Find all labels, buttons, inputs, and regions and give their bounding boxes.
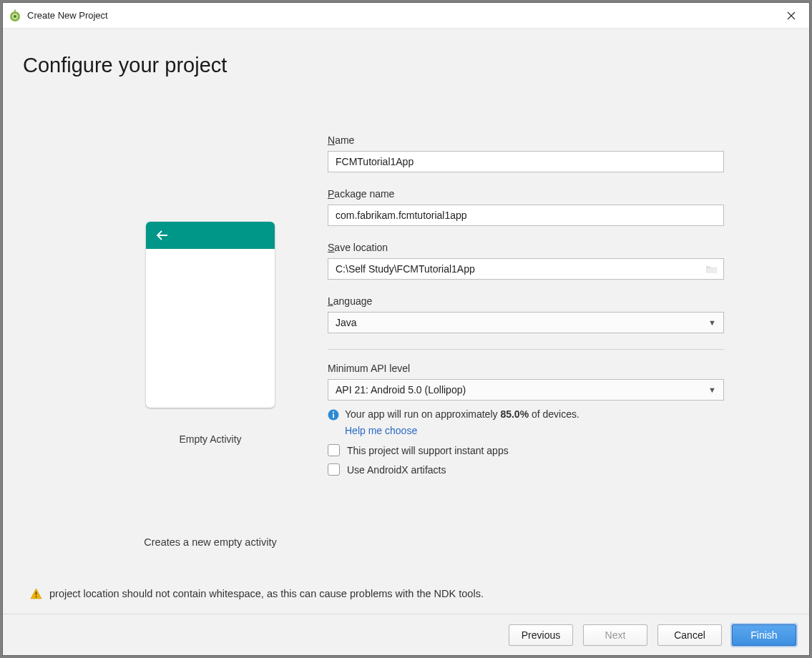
template-preview bbox=[146, 222, 275, 408]
api-level-label: Minimum API level bbox=[328, 363, 724, 374]
instant-apps-checkbox-row[interactable]: This project will support instant apps bbox=[328, 444, 724, 456]
warning-text: project location should not contain whit… bbox=[49, 588, 484, 599]
save-location-input[interactable] bbox=[328, 258, 724, 280]
help-me-choose-link[interactable]: Help me choose bbox=[345, 425, 417, 436]
svg-point-9 bbox=[333, 411, 334, 413]
name-label: Name bbox=[328, 134, 724, 146]
androidx-label: Use AndroidX artifacts bbox=[347, 464, 446, 476]
chevron-down-icon: ▼ bbox=[708, 318, 716, 327]
finish-button[interactable]: Finish bbox=[732, 624, 796, 646]
project-form: Name Package name Save location bbox=[328, 134, 724, 476]
androidx-checkbox-row[interactable]: Use AndroidX artifacts bbox=[328, 463, 724, 476]
language-select[interactable]: Java ▼ bbox=[328, 312, 724, 333]
api-level-value: API 21: Android 5.0 (Lollipop) bbox=[336, 384, 466, 396]
close-button[interactable] bbox=[779, 6, 803, 26]
androidx-checkbox[interactable] bbox=[328, 463, 340, 476]
arrow-left-icon bbox=[156, 230, 169, 240]
name-input[interactable] bbox=[328, 151, 724, 172]
language-label: Language bbox=[328, 295, 724, 307]
folder-open-icon bbox=[705, 264, 718, 274]
next-button: Next bbox=[583, 624, 647, 646]
preview-toolbar bbox=[146, 222, 275, 249]
divider bbox=[328, 349, 724, 350]
api-info-text: Your app will run on approximately 85.0%… bbox=[345, 408, 579, 420]
warning-icon bbox=[30, 588, 42, 599]
android-studio-icon bbox=[9, 9, 21, 22]
warning-row: project location should not contain whit… bbox=[30, 588, 484, 599]
previous-button[interactable]: Previous bbox=[509, 624, 573, 646]
dialog-window: Create New Project Configure your projec… bbox=[2, 2, 810, 656]
cancel-button[interactable]: Cancel bbox=[657, 624, 722, 646]
instant-apps-label: This project will support instant apps bbox=[347, 445, 509, 456]
page-title: Configure your project bbox=[23, 54, 227, 77]
svg-rect-3 bbox=[14, 9, 15, 11]
button-bar: Previous Next Cancel Finish bbox=[3, 614, 809, 655]
dialog-content: Configure your project Empty Activity Cr… bbox=[3, 29, 809, 655]
browse-button[interactable] bbox=[705, 264, 718, 274]
titlebar: Create New Project bbox=[3, 3, 809, 29]
package-label: Package name bbox=[328, 188, 724, 200]
instant-apps-checkbox[interactable] bbox=[328, 444, 340, 456]
svg-rect-8 bbox=[333, 414, 334, 418]
svg-point-2 bbox=[14, 15, 16, 18]
window-title: Create New Project bbox=[27, 10, 779, 21]
save-location-label: Save location bbox=[328, 242, 724, 253]
template-description: Creates a new empty activity bbox=[74, 536, 346, 548]
package-input[interactable] bbox=[328, 205, 724, 226]
info-icon bbox=[328, 409, 339, 421]
chevron-down-icon: ▼ bbox=[708, 386, 716, 394]
svg-rect-10 bbox=[36, 591, 37, 595]
close-icon bbox=[787, 11, 796, 20]
svg-point-11 bbox=[36, 596, 37, 597]
api-level-select[interactable]: API 21: Android 5.0 (Lollipop) ▼ bbox=[328, 379, 724, 401]
template-name: Empty Activity bbox=[117, 433, 303, 445]
api-info: Your app will run on approximately 85.0%… bbox=[328, 408, 724, 421]
language-value: Java bbox=[336, 317, 357, 328]
